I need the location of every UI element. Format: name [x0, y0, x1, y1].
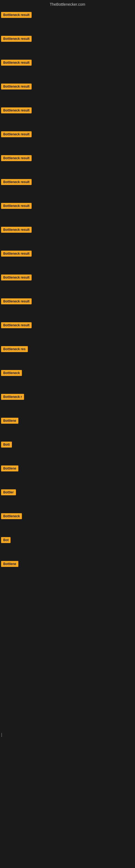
- list-item: Bottleneck result: [0, 321, 135, 331]
- list-item: Bottleneck res: [0, 344, 135, 355]
- list-item: Bottler: [0, 488, 135, 498]
- bottleneck-badge[interactable]: Bottlene: [1, 418, 18, 424]
- bottleneck-badge[interactable]: Bottleneck result: [1, 60, 32, 66]
- list-item: Bottleneck result: [0, 82, 135, 92]
- list-item: Bottlene: [0, 464, 135, 474]
- bottleneck-badge[interactable]: Bottlene: [1, 465, 18, 471]
- list-item: Bottleneck result: [0, 154, 135, 164]
- list-item: Bottleneck result: [0, 106, 135, 116]
- list-item: Bottleneck result: [0, 130, 135, 140]
- list-item: Bottlene: [0, 559, 135, 569]
- list-item: Bottleneck: [0, 368, 135, 379]
- bottleneck-badge[interactable]: Bottleneck result: [1, 131, 32, 137]
- bottleneck-badge[interactable]: Bottleneck result: [1, 155, 32, 161]
- bottleneck-badge[interactable]: Bottleneck res: [1, 346, 28, 352]
- list-item: Bott: [0, 440, 135, 450]
- list-item: Bottleneck result: [0, 58, 135, 68]
- list-item: Bottleneck result: [0, 225, 135, 236]
- list-item: Bottleneck result: [0, 249, 135, 259]
- bottleneck-badge[interactable]: Bott: [1, 442, 12, 447]
- bottleneck-badge[interactable]: Bottleneck result: [1, 227, 32, 233]
- bottleneck-badge[interactable]: Bottleneck: [1, 513, 22, 519]
- list-item: Bottleneck result: [0, 201, 135, 212]
- list-item: Bottleneck r: [0, 392, 135, 403]
- items-container: Bottleneck resultBottleneck resultBottle…: [0, 8, 135, 569]
- bottleneck-badge[interactable]: Bottleneck result: [1, 251, 32, 257]
- bottleneck-badge[interactable]: Bottleneck result: [1, 84, 32, 90]
- bottleneck-badge[interactable]: Bottleneck result: [1, 36, 32, 42]
- list-item: Bottleneck result: [0, 297, 135, 307]
- list-item: Bottleneck result: [0, 177, 135, 188]
- bottleneck-badge[interactable]: Bottleneck: [1, 370, 22, 376]
- list-item: Bottlene: [0, 416, 135, 426]
- bottleneck-badge[interactable]: Bottleneck result: [1, 203, 32, 209]
- bottleneck-badge[interactable]: Bot: [1, 537, 10, 543]
- bottleneck-badge[interactable]: Bottleneck result: [1, 299, 32, 304]
- cursor: |: [1, 733, 2, 737]
- list-item: Bottleneck result: [0, 34, 135, 44]
- bottleneck-badge[interactable]: Bottleneck result: [1, 107, 32, 113]
- list-item: Bottleneck result: [0, 10, 135, 21]
- bottleneck-badge[interactable]: Bottleneck result: [1, 12, 32, 18]
- bottleneck-badge[interactable]: Bottleneck result: [1, 275, 32, 280]
- list-item: Bottleneck: [0, 512, 135, 522]
- bottleneck-badge[interactable]: Bottleneck result: [1, 322, 32, 328]
- bottleneck-badge[interactable]: Bottlene: [1, 561, 18, 567]
- list-item: Bottleneck result: [0, 273, 135, 283]
- list-item: Bot: [0, 535, 135, 546]
- bottleneck-badge[interactable]: Bottler: [1, 489, 16, 495]
- site-title: TheBottlenecker.com: [0, 0, 135, 8]
- bottleneck-badge[interactable]: Bottleneck result: [1, 179, 32, 185]
- bottleneck-badge[interactable]: Bottleneck r: [1, 394, 24, 400]
